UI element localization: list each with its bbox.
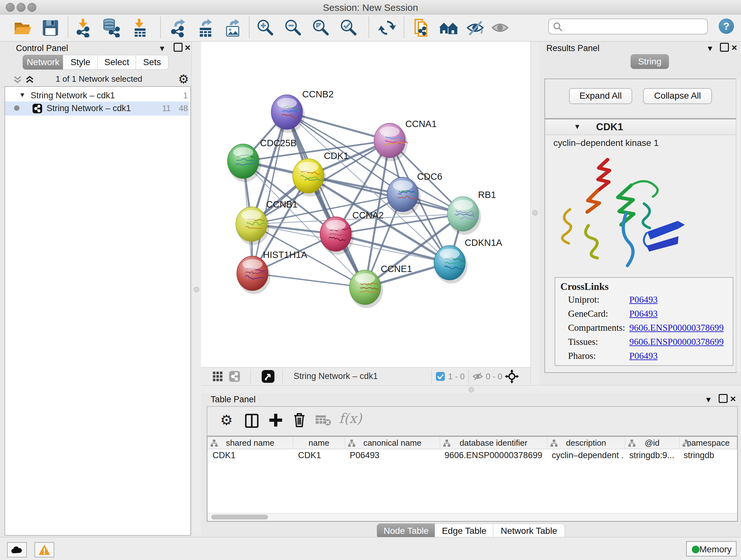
hide-selected-icon[interactable] [466, 18, 485, 37]
export-table-icon[interactable] [196, 18, 215, 37]
collapse-panel-icon[interactable]: ▼ [158, 44, 166, 53]
collapse-all-icon[interactable] [13, 75, 22, 85]
right-splitter-handle[interactable] [532, 210, 538, 215]
search-input[interactable] [565, 20, 704, 32]
fit-content-icon[interactable] [311, 18, 330, 37]
left-splitter[interactable] [192, 42, 202, 535]
open-session-icon[interactable] [13, 18, 32, 37]
function-builder-icon[interactable]: f(x) [339, 411, 362, 426]
column-header--id[interactable]: @id [625, 437, 680, 449]
hidden-eye-icon[interactable] [472, 372, 483, 382]
bottom-splitter[interactable] [201, 385, 741, 394]
network-collection-row[interactable]: ▼ String Network – cdk1 1 [5, 89, 189, 103]
birdseye-view-icon[interactable] [262, 370, 274, 384]
memory-button[interactable]: Memory [686, 541, 737, 557]
tab-network[interactable]: Network [23, 55, 64, 70]
zoom-in-icon[interactable] [255, 18, 274, 37]
table-cell[interactable]: CDK1 [207, 449, 293, 462]
expand-all-button[interactable]: Expand All [569, 88, 632, 104]
tab-select[interactable]: Select [97, 55, 136, 70]
zoom-out-icon[interactable] [283, 18, 302, 37]
network-graph[interactable]: CCNB2CCNA1CDC25BCDK1CDC6RB1CCNB1CCNA2CDK… [201, 42, 530, 367]
network-options-gear-icon[interactable]: ⚙ [178, 72, 189, 86]
close-panel-icon[interactable]: ✕ [730, 395, 736, 403]
float-panel-icon[interactable] [719, 394, 728, 403]
column-header-database-identifier[interactable]: database identifier [440, 437, 547, 449]
results-scrollbar[interactable] [736, 78, 740, 372]
float-panel-icon[interactable] [174, 43, 183, 52]
table-cell[interactable]: CDK1 [293, 449, 345, 462]
help-button[interactable]: ? [719, 18, 734, 34]
crosslink-value-link[interactable]: 9606.ENSP00000378699 [629, 336, 724, 347]
houses-icon[interactable] [439, 18, 458, 37]
table-hscrollbar[interactable] [207, 513, 737, 521]
crosslink-value-link[interactable]: 9606.ENSP00000378699 [629, 322, 724, 333]
zoom-selected-icon[interactable] [339, 18, 358, 37]
protein-header[interactable]: ▼ CDK1 [545, 119, 736, 135]
network-row-selected[interactable]: String Network – cdk1 11 48 [5, 102, 189, 116]
float-panel-icon[interactable] [720, 43, 729, 52]
column-header-shared-name[interactable]: shared name [207, 437, 293, 449]
node-CDC6[interactable]: CDC6 [387, 172, 442, 215]
right-splitter[interactable] [530, 42, 540, 385]
crosslink-value-link[interactable]: P06493 [629, 294, 658, 305]
add-column-icon[interactable] [269, 413, 283, 428]
table-hscrollbar-thumb[interactable] [211, 515, 268, 519]
delete-table-icon[interactable] [315, 415, 331, 427]
delete-column-icon[interactable] [293, 413, 306, 429]
table-cell[interactable]: stringdb:9... [624, 449, 678, 462]
show-columns-icon[interactable] [245, 414, 259, 429]
grid-view-icon[interactable] [212, 371, 223, 383]
column-header-canonical-name[interactable]: canonical name [345, 437, 440, 449]
table-cell[interactable]: stringdb [678, 449, 736, 462]
column-header-description[interactable]: description [547, 437, 625, 449]
column-header-namespace[interactable]: namespace [679, 437, 737, 449]
tab-string[interactable]: String [630, 54, 669, 69]
table-cell[interactable]: cyclin–dependent ... [547, 449, 624, 462]
import-table-from-file-icon[interactable] [130, 18, 149, 37]
crosslink-value-link[interactable]: P06493 [629, 351, 658, 361]
export-image-icon[interactable] [223, 18, 243, 37]
left-splitter-handle[interactable] [194, 287, 199, 292]
tab-edge-table[interactable]: Edge Table [434, 523, 494, 538]
import-network-from-database-icon[interactable] [102, 18, 121, 37]
save-session-icon[interactable] [41, 18, 60, 37]
selected-checkbox-icon[interactable] [436, 372, 445, 382]
clone-network-icon[interactable] [412, 18, 431, 37]
collapse-all-button[interactable]: Collapse All [643, 88, 712, 104]
tab-node-table[interactable]: Node Table [377, 523, 435, 538]
expand-all-icon[interactable] [25, 75, 35, 85]
bottom-splitter-handle[interactable] [468, 387, 474, 392]
close-panel-icon[interactable]: ✕ [731, 44, 738, 52]
show-all-icon[interactable] [490, 18, 510, 37]
node-HIST1H1A[interactable]: HIST1H1A [237, 250, 307, 294]
cloud-status-button[interactable] [7, 542, 27, 557]
protein-expander-icon[interactable]: ▼ [574, 123, 581, 131]
edge-CCNB2-CCNE1[interactable] [287, 112, 365, 287]
network-style-icon[interactable] [229, 371, 240, 383]
edge-CCNB2-HIST1H1A[interactable] [253, 112, 287, 273]
collapse-panel-icon[interactable]: ▼ [706, 44, 714, 53]
column-header-name[interactable]: name [293, 437, 345, 449]
node-CDKN1A[interactable]: CDKN1A [434, 238, 502, 284]
table-cell[interactable]: 9606.ENSP00000378699 [440, 449, 547, 462]
search-field[interactable] [548, 18, 708, 35]
crosslink-value-link[interactable]: P06493 [629, 308, 658, 319]
collapse-panel-icon[interactable]: ▼ [704, 395, 712, 404]
table-row[interactable]: CDK1CDK1P064939606.ENSP00000378699cyclin… [207, 449, 737, 462]
close-panel-icon[interactable]: ✕ [185, 44, 191, 52]
refresh-view-icon[interactable] [378, 18, 397, 37]
import-network-from-file-icon[interactable] [74, 18, 93, 37]
tab-style[interactable]: Style [63, 55, 98, 70]
export-network-icon[interactable] [169, 18, 188, 37]
collection-expander-icon[interactable]: ▼ [19, 91, 25, 99]
table-cell[interactable]: P06493 [345, 449, 440, 462]
tab-sets[interactable]: Sets [136, 55, 169, 70]
tab-network-table[interactable]: Network Table [493, 523, 565, 538]
node-RB1[interactable]: RB1 [448, 190, 496, 235]
node-CCNE1[interactable]: CCNE1 [349, 264, 412, 308]
network-canvas[interactable]: CCNB2CCNA1CDC25BCDK1CDC6RB1CCNB1CCNA2CDK… [201, 42, 530, 367]
node-CCNA1[interactable]: CCNA1 [374, 119, 436, 161]
warning-status-button[interactable] [35, 542, 54, 557]
pan-crosshair-icon[interactable] [505, 369, 519, 385]
